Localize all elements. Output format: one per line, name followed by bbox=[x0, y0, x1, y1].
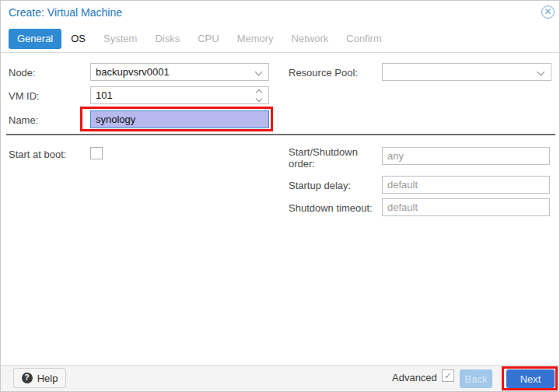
resource-pool-combobox[interactable] bbox=[382, 63, 551, 81]
tab-disks: Disks bbox=[146, 29, 188, 49]
next-button[interactable]: Next bbox=[506, 369, 555, 388]
start-at-boot-checkbox[interactable] bbox=[90, 147, 103, 159]
close-icon[interactable]: ✕ bbox=[541, 5, 555, 19]
name-input[interactable] bbox=[90, 110, 269, 128]
vm-id-label: VM ID: bbox=[9, 90, 40, 102]
back-button: Back bbox=[460, 369, 492, 388]
tab-network: Network bbox=[283, 29, 338, 49]
wizard-tabbar: General OS System Disks CPU Memory Netwo… bbox=[9, 29, 391, 49]
tab-confirm: Confirm bbox=[338, 29, 390, 49]
vm-id-spinner-input[interactable] bbox=[90, 86, 269, 104]
startup-delay-label: Startup delay: bbox=[289, 180, 351, 191]
tab-general[interactable]: General bbox=[9, 29, 61, 49]
advanced-checkbox[interactable]: ✓ bbox=[442, 369, 454, 382]
advanced-label: Advanced bbox=[392, 372, 437, 383]
tab-memory: Memory bbox=[229, 29, 282, 49]
startup-delay-input[interactable] bbox=[382, 176, 550, 194]
create-vm-dialog: Create: Virtual Machine ✕ General OS Sys… bbox=[0, 0, 560, 392]
resource-pool-label: Resource Pool: bbox=[289, 67, 358, 79]
dialog-title: Create: Virtual Machine bbox=[9, 6, 122, 19]
start-at-boot-label: Start at boot: bbox=[9, 149, 66, 160]
question-circle-icon: ? bbox=[22, 373, 33, 383]
node-combobox[interactable] bbox=[90, 63, 269, 81]
node-label: Node: bbox=[9, 67, 36, 79]
spinner-up-down-icon[interactable] bbox=[257, 90, 261, 101]
tabbar-divider bbox=[1, 52, 560, 53]
startup-order-input[interactable] bbox=[382, 147, 550, 165]
help-button[interactable]: ? Help bbox=[13, 368, 66, 388]
tab-system: System bbox=[95, 29, 145, 49]
help-button-label: Help bbox=[37, 373, 58, 384]
tab-cpu: CPU bbox=[189, 29, 227, 49]
startup-order-label: Start/Shutdown order: bbox=[289, 146, 376, 170]
form-divider bbox=[6, 134, 555, 135]
shutdown-timeout-input[interactable] bbox=[382, 198, 550, 216]
name-label: Name: bbox=[9, 114, 38, 126]
tab-os[interactable]: OS bbox=[62, 29, 94, 49]
shutdown-timeout-label: Shutdown timeout: bbox=[289, 202, 373, 214]
